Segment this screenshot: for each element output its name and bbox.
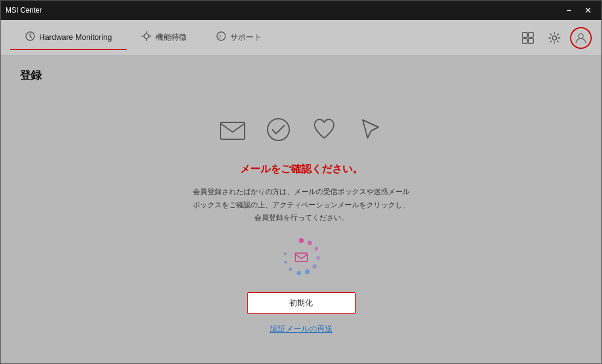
tab-features-label: 機能特徴 — [155, 32, 187, 43]
icons-row — [217, 114, 386, 148]
svg-point-21 — [305, 269, 310, 274]
tab-support-label: サポート — [230, 32, 262, 43]
tab-hardware-monitoring-label: Hardware Monitoring — [39, 33, 112, 42]
svg-rect-14 — [221, 122, 245, 139]
main-content: 登録 — [1, 56, 601, 363]
loading-spinner — [282, 237, 321, 275]
tab-support[interactable]: i サポート — [201, 26, 276, 50]
features-icon — [141, 31, 152, 44]
svg-point-22 — [296, 271, 301, 275]
svg-point-25 — [283, 252, 286, 255]
svg-point-20 — [312, 264, 316, 268]
init-button[interactable]: 初期化 — [247, 292, 356, 314]
app-window: MSI Center − ✕ Hardware Monitoring — [0, 0, 602, 364]
svg-rect-11 — [528, 39, 533, 43]
navbar: Hardware Monitoring 機能特徴 — [1, 20, 601, 56]
window-title: MSI Center — [5, 6, 560, 14]
email-icon — [217, 114, 248, 148]
sub-message: 会員登録されたばかりの方は、メールの受信ボックスや迷惑メールボックスをご確認の上… — [193, 186, 410, 225]
svg-point-18 — [315, 247, 318, 251]
main-message: メールをご確認ください。 — [240, 162, 363, 176]
tab-features[interactable]: 機能特徴 — [127, 26, 201, 50]
svg-point-24 — [284, 260, 287, 263]
window-controls: − ✕ — [560, 4, 597, 17]
profile-icon-button[interactable] — [570, 27, 592, 49]
check-circle-icon — [263, 114, 294, 148]
svg-point-1 — [144, 34, 149, 39]
resend-email-link[interactable]: 認証メールの再送 — [270, 324, 333, 334]
svg-rect-9 — [528, 33, 533, 37]
svg-rect-26 — [295, 253, 307, 262]
nav-tabs: Hardware Monitoring 機能特徴 — [10, 26, 517, 50]
page-title: 登録 — [20, 68, 582, 83]
tab-hardware-monitoring[interactable]: Hardware Monitoring — [10, 26, 127, 50]
svg-rect-8 — [522, 33, 527, 37]
support-icon: i — [216, 31, 227, 44]
svg-point-17 — [307, 240, 312, 245]
nav-right-icons — [517, 27, 592, 49]
svg-point-19 — [316, 256, 320, 260]
svg-text:i: i — [219, 33, 221, 40]
grid-icon-button[interactable] — [517, 27, 539, 49]
svg-point-16 — [299, 238, 304, 243]
settings-icon-button[interactable] — [544, 27, 565, 49]
svg-point-15 — [268, 119, 289, 140]
titlebar: MSI Center − ✕ — [1, 1, 601, 20]
close-button[interactable]: ✕ — [580, 4, 597, 17]
svg-point-13 — [578, 34, 583, 39]
hardware-monitoring-icon — [25, 31, 36, 44]
minimize-button[interactable]: − — [560, 4, 577, 17]
svg-point-12 — [553, 36, 557, 40]
center-area: メールをご確認ください。 会員登録されたばかりの方は、メールの受信ボックスや迷惑… — [20, 97, 582, 351]
svg-rect-10 — [522, 39, 527, 43]
svg-point-23 — [289, 268, 292, 271]
cursor-icon — [354, 114, 386, 148]
heart-icon — [309, 114, 340, 148]
svg-point-6 — [217, 32, 225, 40]
